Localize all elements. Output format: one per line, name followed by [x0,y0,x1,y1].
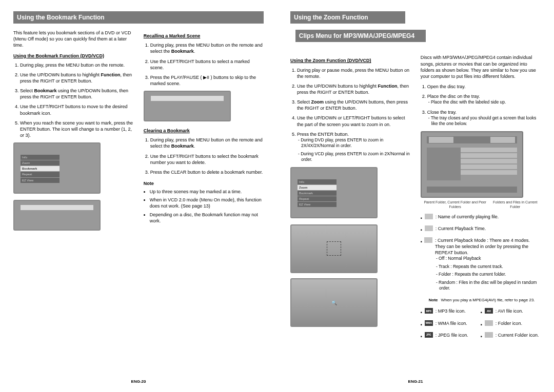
legend-row: •: Current Folder icon. [481,332,541,340]
play-mode-icon [424,237,432,243]
legend-row: •WMA: WMA file icon. [421,320,481,328]
clips-steps: Open the disc tray. Place the disc on th… [421,84,541,127]
play-time-icon [425,225,433,231]
legend-row: •: Folder icon. [481,320,541,328]
right-col1: Using the Zoom Function (DVD/VCD) During… [290,54,410,332]
heading-bookmark: Using the Bookmark Function [13,11,264,24]
page-left: Using the Bookmark Function This feature… [0,0,277,392]
step: Use the UP/DOWN buttons to highlight Fun… [297,83,410,95]
avi-icon: AVI [485,308,493,314]
mp3-icon: MP3 [425,308,433,314]
using-bookmark-heading: Using the Bookmark Function (DVD/VCD) [13,53,133,59]
legend-row: • : Current Playback Mode : There are 4 … [421,237,541,294]
clips-captions: Parent Folder, Current Folder and Peer F… [421,200,541,210]
step: Use the LEFT/RIGHT buttons to move to th… [20,104,133,116]
step: Select Bookmark using the UP/DOWN button… [20,88,133,100]
right-col2: Discs with MP3/WMA/JPEG/MPEG4 contain in… [421,54,541,344]
osd-screenshot-menu: Info Zoom Bookmark Repeat EZ View [13,142,101,194]
clear-heading: Clearing a Bookmark [144,128,264,134]
mpeg4-note: NoteWhen you play a MPEG4(AVI) file, ref… [429,298,541,303]
step: During play, press the MENU button on th… [150,42,264,54]
step: Press the CLEAR button to delete a bookm… [150,169,264,175]
intro-text: This feature lets you bookmark sections … [13,30,133,48]
heading-zoom: Using the Zoom Function [290,11,405,24]
note-list: Up to three scenes may be marked at a ti… [144,189,264,224]
clips-intro: Discs with MP3/WMA/JPEG/MPEG4 contain in… [421,54,541,79]
jpeg-icon: JPG [425,332,433,338]
step: During play or pause mode, press the MEN… [297,67,410,79]
left-col2: Recalling a Marked Scene During play, pr… [144,30,264,226]
page-number-left: ENG-20 [0,379,277,385]
folder-icon [485,320,493,326]
legend-row: •: Current Playback Time. [421,225,541,233]
recall-steps: During play, press the MENU button on th… [144,42,264,87]
recall-heading: Recalling a Marked Scene [144,33,264,39]
page-right: Using the Zoom Function Clips Menu for M… [277,0,554,392]
heading-clips: Clips Menu for MP3/WMA/JPEG/MPEG4 [295,30,426,42]
step: Press the ENTER button. - During DVD pla… [297,131,410,163]
page-number-right: ENG-21 [277,379,554,385]
step: Use the UP/DOWN buttons to highlight Fun… [20,72,133,84]
zoom-sub-heading: Using the Zoom Function (DVD/VCD) [290,57,410,64]
left-col1: This feature lets you bookmark sections … [13,30,133,237]
step: Use the UP/DOWN or LEFT/RIGHT buttons to… [297,115,410,127]
step: Use the LEFT/RIGHT buttons to select the… [150,153,264,166]
file-name-icon [425,214,433,219]
bookmark-steps: During play, press the MENU button on th… [13,62,133,138]
legend-row: •MP3: MP3 file icon. [421,308,481,316]
legend-row: •JPG: JPEG file icon. [421,332,481,340]
step: Close the tray.- The tray closes and you… [427,109,541,127]
legend-row: •: Name of currently playing file. [421,214,541,221]
zoom-preview-1 [290,224,378,273]
zoom-steps: During play or pause mode, press the MEN… [290,67,410,163]
step: Open the disc tray. [427,84,541,90]
magnifier-icon: 🔍 [331,300,337,306]
osd-screenshot-zoom-menu: Info Zoom Bookmark Repeat EZ View [290,167,378,218]
step: During play, press the MENU button on th… [150,137,264,149]
note-heading: Note [144,180,264,187]
zoom-preview-2: 🔍 [290,278,378,327]
current-folder-icon [485,332,493,338]
clips-menu-screenshot [421,131,523,198]
step: When you reach the scene you want to mar… [20,120,133,138]
step: Press the PLAY/PAUSE ( ▶II ) buttons to … [150,74,264,87]
osd-screenshot-strip2 [144,91,231,121]
wma-icon: WMA [425,320,433,326]
osd-screenshot-strip [13,200,101,231]
step: Select Zoom using the UP/DOWN buttons, t… [297,99,410,111]
legend-row: •AVI: AVI file icon. [481,308,541,316]
step: Use the LEFT/RIGHT buttons to select a m… [150,58,264,71]
step: Place the disc on the tray.- Place the d… [427,93,541,106]
step: During play, press the MENU button on th… [20,62,133,68]
clear-steps: During play, press the MENU button on th… [144,137,264,175]
file-icon-grid: •MP3: MP3 file icon. •AVI: AVI file icon… [421,308,541,343]
